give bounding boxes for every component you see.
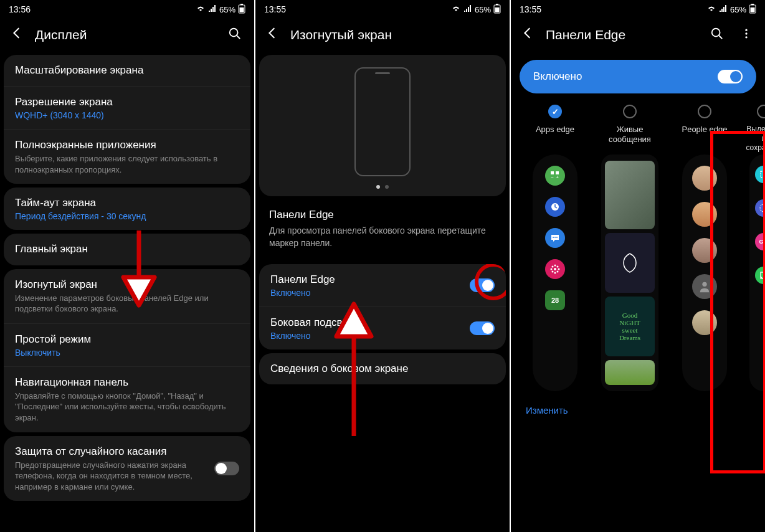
back-button[interactable]: [521, 26, 535, 44]
more-icon[interactable]: [738, 27, 755, 44]
item-sublabel: Предотвращение случайного нажатия экрана…: [15, 460, 207, 493]
svg-point-15: [745, 36, 747, 38]
item-label: Защита от случайного касания: [15, 445, 207, 458]
item-sublabel: WQHD+ (3040 x 1440): [15, 110, 239, 120]
panel-people-edge[interactable]: People edge: [672, 105, 738, 391]
item-edge-about[interactable]: Сведения о боковом экране: [259, 353, 506, 384]
edge-panels-row: Apps edge +− 28 Живые сообщения GoodNiGH…: [511, 105, 765, 391]
item-accidental-touch[interactable]: Защита от случайного касания Предотвраще…: [4, 436, 250, 501]
item-edge-lighting[interactable]: Боковая подсветка Включено: [259, 306, 506, 349]
app-icon: [545, 197, 565, 217]
item-sublabel: Управляйте с помощью кнопок "Домой", "На…: [15, 391, 239, 424]
item-sublabel: Выберите, какие приложения следует испол…: [15, 153, 239, 175]
contact-avatar-placeholder: [692, 274, 717, 299]
panel-label: People edge: [682, 125, 727, 146]
svg-point-21: [553, 237, 554, 238]
battery-icon: [238, 4, 245, 16]
item-label: Навигационная панель: [15, 376, 239, 389]
item-edge-screen[interactable]: Изогнутый экран Изменение параметров бок…: [4, 269, 250, 323]
item-home-screen[interactable]: Главный экран: [4, 234, 250, 265]
svg-point-30: [557, 266, 559, 268]
panel-radio[interactable]: [698, 105, 711, 118]
panel-radio[interactable]: [757, 105, 765, 118]
app-icon: [545, 228, 565, 248]
panel-preview: GIF: [749, 154, 765, 391]
page-indicator: [376, 185, 389, 189]
wifi-icon: [706, 5, 716, 14]
panel-clip-save[interactable]: Выделить и сохранить GIF: [746, 105, 765, 391]
live-message-thumb: [605, 161, 655, 229]
item-navigation-bar[interactable]: Навигационная панель Управляйте с помощь…: [4, 366, 250, 432]
status-icons: 65%: [706, 4, 756, 16]
search-icon[interactable]: [708, 27, 726, 44]
enabled-master-toggle[interactable]: Включено: [520, 60, 756, 93]
panel-radio[interactable]: [623, 105, 637, 118]
panel-label: Выделить и сохранить: [746, 125, 765, 146]
page-dot: [385, 185, 389, 189]
svg-point-33: [702, 282, 706, 287]
item-label: Простой режим: [15, 333, 239, 346]
item-sublabel: Изменение параметров боковых панелей Edg…: [15, 293, 239, 315]
signal-icon: [208, 5, 217, 14]
svg-point-27: [551, 268, 553, 270]
item-sublabel: Включено: [270, 288, 462, 298]
signal-icon: [719, 5, 728, 14]
contact-avatar: [692, 310, 717, 335]
panel-apps-edge[interactable]: Apps edge +− 28: [522, 105, 588, 391]
svg-point-26: [554, 272, 556, 274]
item-label: Изогнутый экран: [15, 278, 239, 292]
edge-panels-toggle[interactable]: [470, 278, 495, 292]
back-button[interactable]: [10, 26, 24, 44]
item-sublabel: Период бездействия - 30 секунд: [15, 211, 239, 221]
battery-text: 65%: [219, 5, 235, 14]
item-sublabel: Включено: [270, 331, 462, 341]
panel-label: Apps edge: [536, 125, 574, 146]
item-label: Панели Edge: [270, 273, 462, 287]
item-fullscreen-apps[interactable]: Полноэкранные приложения Выберите, какие…: [4, 129, 250, 184]
live-message-thumb: [605, 233, 655, 293]
svg-text:+: +: [556, 174, 559, 180]
back-button[interactable]: [265, 26, 279, 44]
svg-rect-10: [751, 7, 755, 12]
settings-list: Панели Edge Включено Боковая подсветка В…: [255, 264, 510, 384]
enabled-label: Включено: [533, 70, 582, 83]
panel-live-messages[interactable]: Живые сообщения GoodNiGHTsweetDreams: [597, 105, 663, 391]
status-time: 13:56: [9, 4, 31, 14]
item-label: Разрешение экрана: [15, 95, 239, 109]
edit-link[interactable]: Изменить: [511, 391, 765, 429]
svg-text:−: −: [551, 174, 554, 180]
contact-avatar: [692, 166, 717, 191]
master-toggle[interactable]: [718, 70, 743, 83]
status-bar: 13:55 65%: [255, 0, 510, 19]
accidental-touch-toggle[interactable]: [214, 462, 239, 475]
status-icons: 65%: [196, 4, 245, 16]
signal-icon: [463, 5, 472, 14]
app-icon: [545, 259, 565, 279]
battery-text: 65%: [475, 5, 491, 14]
svg-line-12: [719, 35, 723, 39]
settings-list: Масштабирование экрана Разрешение экрана…: [0, 55, 254, 501]
tool-icon: [755, 166, 765, 183]
item-simple-mode[interactable]: Простой режим Выключить: [4, 323, 250, 366]
edge-lighting-toggle[interactable]: [470, 321, 495, 335]
page-title: Панели Edge: [546, 27, 696, 42]
panel-radio[interactable]: [548, 105, 562, 118]
svg-line-4: [237, 35, 240, 39]
svg-point-24: [554, 268, 556, 270]
search-icon[interactable]: [226, 27, 244, 44]
app-icon: +−: [545, 166, 565, 186]
svg-rect-2: [240, 7, 244, 12]
svg-point-13: [745, 29, 747, 31]
device-outline-graphic: [354, 67, 411, 176]
item-screen-timeout[interactable]: Тайм-аут экрана Период бездействия - 30 …: [4, 188, 250, 230]
app-icon: 28: [545, 290, 565, 310]
item-screen-scaling[interactable]: Масштабирование экрана: [4, 55, 250, 86]
item-screen-resolution[interactable]: Разрешение экрана WQHD+ (3040 x 1440): [4, 86, 250, 129]
svg-rect-9: [751, 4, 754, 5]
phone-screen-edge-panels: 13:55 65% Панели Edge Включено Apps edge…: [511, 0, 765, 532]
item-label: Главный экран: [15, 242, 239, 256]
phone-screen-display-settings: 13:56 65% Дисплей Масштабирование экрана: [0, 0, 254, 532]
wifi-icon: [196, 5, 206, 14]
tool-icon: [755, 267, 765, 284]
item-edge-panels[interactable]: Панели Edge Включено: [259, 264, 506, 306]
